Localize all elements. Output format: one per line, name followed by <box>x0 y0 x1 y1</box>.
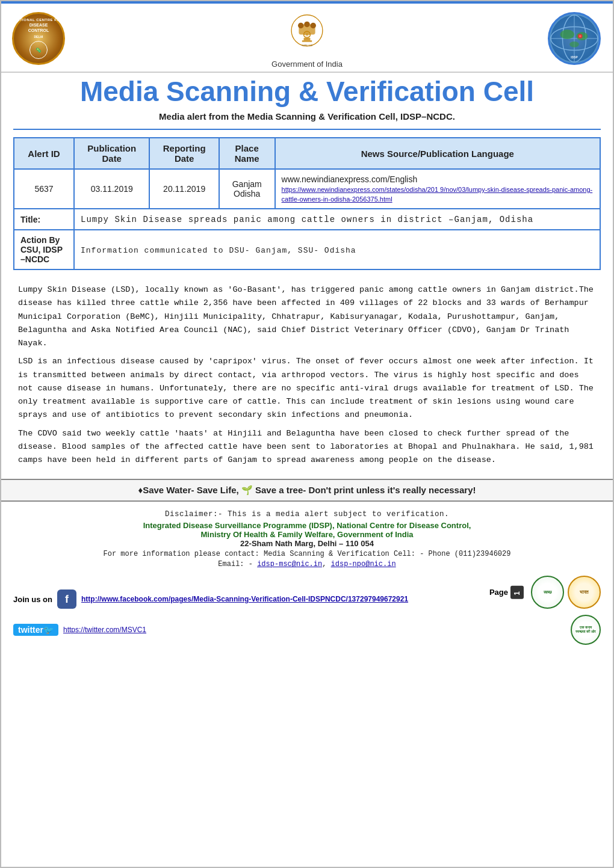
svg-rect-10 <box>304 38 311 40</box>
title-label: Title: <box>14 209 74 230</box>
twitter-link[interactable]: https://twitter.com/MSVC1 <box>63 626 146 634</box>
footer-section: Disclaimer:- This is a media alert subje… <box>1 505 613 573</box>
page-number-section: Page 1 <box>489 586 524 599</box>
action-label: Action By CSU, IDSP –NCDC <box>14 230 74 269</box>
body-paragraph-1: Lumpy Skin Disease (LSD), locally known … <box>18 283 596 350</box>
col-header-pub-date: Publication Date <box>74 138 149 169</box>
alert-data-row: 5637 03.11.2019 20.11.2019 Ganjam Odisha… <box>14 169 600 209</box>
header-section: NATIONAL CENTRE FOR DISEASE CONTROL DELH… <box>1 6 613 73</box>
title-row: Title: Lumpy Skin Disease spreads panic … <box>14 209 600 230</box>
email2-link[interactable]: idsp-npo@nic.in <box>331 560 396 568</box>
save-water-bar: ♦Save Water- Save Life, 🌱 Save a tree- D… <box>1 479 613 502</box>
main-title: Media Scanning & Verification Cell <box>80 76 534 107</box>
footer-contact: For more information please contact: Med… <box>13 550 601 558</box>
footer-email-line: Email: - idsp-msc@nic.in, idsp-npo@nic.i… <box>13 560 601 568</box>
place-line1: Ganjam <box>232 179 262 189</box>
place-cell: Ganjam Odisha <box>219 169 275 209</box>
email1-link[interactable]: idsp-msc@nic.in <box>257 560 322 568</box>
join-label: Join us on <box>13 595 52 604</box>
title-section: Media Scanning & Verification Cell <box>1 73 613 108</box>
alert-table-wrapper: Alert ID Publication Date Reporting Date… <box>1 131 613 276</box>
right-logo: IDSP <box>548 12 602 66</box>
twitter-logo: twitter🐦 <box>13 624 58 636</box>
body-paragraph-3: The CDVO said two weekly cattle 'haats' … <box>18 427 596 467</box>
news-source-text: www.newindianexpress.com/English <box>282 174 594 184</box>
join-social-section: Join us on f http://www.facebook.com/pag… <box>13 589 408 609</box>
bottom-logos: स्वच्छ भारत <box>531 576 601 609</box>
svg-point-4 <box>304 22 310 28</box>
svg-text:सत्यमेव जयते: सत्यमेव जयते <box>301 44 313 47</box>
page-num: 1 <box>510 586 524 599</box>
facebook-icon: f <box>57 589 76 609</box>
news-source-link[interactable]: https://www.newindianexpress.com/states/… <box>282 186 593 203</box>
svg-point-20 <box>569 42 579 48</box>
subtitle-bar: Media alert from the Media Scanning & Ve… <box>1 108 613 128</box>
swachh-circle-bottom: एक कदमस्वच्छता की ओर <box>571 615 601 645</box>
action-row: Action By CSU, IDSP –NCDC Information co… <box>14 230 600 269</box>
gov-text: Government of India <box>1 60 613 69</box>
separator <box>13 129 601 130</box>
action-value-cell: Information communicated to DSU- Ganjam,… <box>74 230 600 269</box>
svg-text:IDSP: IDSP <box>571 56 578 59</box>
rep-date-cell: 20.11.2019 <box>149 169 219 209</box>
alert-id-cell: 5637 <box>14 169 74 209</box>
footer-bottom-row: Join us on f http://www.facebook.com/pag… <box>1 573 613 615</box>
swachh-icon: स्वच्छ <box>531 576 564 609</box>
news-source-cell: www.newindianexpress.com/English https:/… <box>275 169 600 209</box>
footer-line2: Ministry Of Health & Family Welfare, Gov… <box>13 530 601 539</box>
svg-point-18 <box>560 29 574 39</box>
twitter-section: twitter🐦 https://twitter.com/MSVC1 एक कद… <box>1 615 613 651</box>
place-line2: Odisha <box>234 189 260 199</box>
left-logo: NATIONAL CENTRE FOR DISEASE CONTROL DELH… <box>12 12 66 66</box>
footer-line1: Integrated Disease Surveillance Programm… <box>13 521 601 530</box>
facebook-link[interactable]: http://www.facebook.com/pages/Media-Scan… <box>81 595 408 603</box>
government-emblem: सत्यमेव जयते <box>286 12 328 57</box>
action-value: Information communicated to DSU- Ganjam,… <box>81 246 356 255</box>
svg-point-3 <box>310 23 316 29</box>
col-header-news-source: News Source/Publication Language <box>275 138 600 169</box>
body-paragraph-2: LSD is an infectious disease caused by '… <box>18 355 596 422</box>
col-header-alert-id: Alert ID <box>14 138 74 169</box>
footer-address: 22-Sham Nath Marg, Delhi – 110 054 <box>13 539 601 548</box>
page-label: Page <box>489 588 508 597</box>
col-header-rep-date: Reporting Date <box>149 138 219 169</box>
pub-date-cell: 03.11.2019 <box>74 169 149 209</box>
disclaimer-text: Disclaimer:- This is a media alert subje… <box>13 510 601 519</box>
top-border <box>1 1 613 4</box>
svg-rect-11 <box>302 40 312 42</box>
bharat-icon: भारत <box>568 576 601 609</box>
body-text-section: Lumpy Skin Disease (LSD), locally known … <box>1 276 613 479</box>
svg-point-22 <box>579 35 581 37</box>
col-header-place: Place Name <box>219 138 275 169</box>
title-value-cell: Lumpy Skin Disease spreads panic among c… <box>74 209 600 230</box>
svg-point-2 <box>298 23 304 29</box>
alert-table: Alert ID Publication Date Reporting Date… <box>13 137 601 270</box>
email-label: Email: - <box>218 560 253 568</box>
title-value: Lumpy Skin Disease spreads panic among c… <box>81 215 533 224</box>
